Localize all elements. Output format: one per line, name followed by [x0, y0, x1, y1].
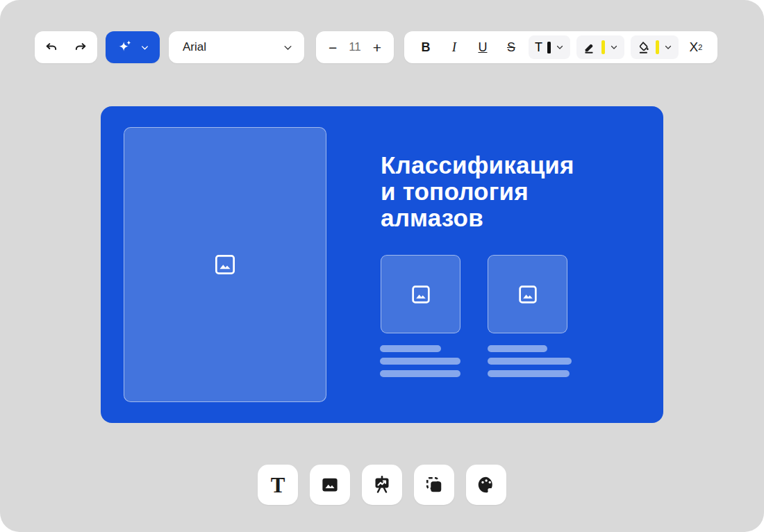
card-image-placeholder-2[interactable] — [488, 255, 567, 333]
format-group: B I U S T — [404, 31, 717, 63]
chevron-down-icon — [610, 43, 618, 51]
undo-button[interactable] — [40, 35, 63, 59]
chevron-down-icon — [283, 42, 293, 53]
insert-dock: T — [258, 465, 506, 505]
font-size-value: 11 — [349, 40, 361, 54]
text-color-button[interactable]: T — [529, 35, 570, 59]
image-placeholder-icon — [212, 251, 238, 278]
image-tool-button[interactable] — [310, 465, 350, 505]
ai-assistant-button[interactable] — [106, 31, 160, 63]
chevron-down-icon — [664, 43, 672, 51]
text-icon: T — [271, 474, 285, 496]
superscript-button[interactable]: X2 — [685, 35, 707, 59]
slide-title-line: Классификация — [381, 152, 631, 178]
slide-title[interactable]: Классификация и топология алмазов — [381, 152, 631, 231]
duplicate-icon — [424, 474, 445, 495]
text-skeleton-line — [488, 370, 570, 377]
font-size-stepper: − 11 + — [316, 31, 394, 63]
text-tool-button[interactable]: T — [258, 465, 298, 505]
italic-button[interactable]: I — [443, 35, 465, 59]
undo-icon — [44, 40, 60, 56]
chart-tool-button[interactable] — [362, 465, 402, 505]
highlight-color-swatch — [601, 40, 605, 54]
strikethrough-button[interactable]: S — [500, 35, 522, 59]
bold-button[interactable]: B — [415, 35, 437, 59]
text-skeleton-line — [380, 358, 460, 365]
text-skeleton-line — [380, 370, 460, 377]
underline-button[interactable]: U — [472, 35, 494, 59]
large-image-placeholder[interactable] — [124, 127, 326, 402]
text-cursor-icon — [547, 42, 551, 53]
fill-color-button[interactable] — [631, 35, 679, 59]
duplicate-tool-button[interactable] — [414, 465, 454, 505]
font-selector[interactable]: Arial — [169, 31, 304, 63]
highlight-color-button[interactable] — [576, 35, 624, 59]
slide-title-line: и топология — [381, 178, 631, 205]
highlighter-icon — [583, 40, 597, 54]
text-color-letter: T — [535, 40, 542, 55]
image-icon — [319, 474, 340, 495]
text-skeleton-line — [488, 345, 547, 352]
chevron-down-icon — [140, 43, 149, 52]
card-image-placeholder-1[interactable] — [381, 255, 460, 333]
ai-sparkle-icon — [116, 38, 134, 56]
image-placeholder-icon — [516, 283, 540, 306]
redo-icon — [72, 40, 88, 56]
editor-canvas: Arial − 11 + B I U S T — [0, 0, 764, 532]
paint-bucket-icon — [637, 40, 651, 54]
slide[interactable]: Классификация и топология алмазов — [101, 106, 663, 423]
redo-button[interactable] — [69, 35, 92, 59]
font-name-label: Arial — [183, 40, 206, 54]
image-placeholder-icon — [409, 283, 433, 306]
decrease-font-size-button[interactable]: − — [326, 39, 340, 56]
text-skeleton-line — [488, 358, 572, 365]
history-group — [35, 31, 97, 63]
palette-icon — [476, 474, 497, 495]
superscript-exp: 2 — [698, 43, 702, 51]
theme-tool-button[interactable] — [466, 465, 506, 505]
presentation-chart-icon — [372, 474, 392, 495]
increase-font-size-button[interactable]: + — [370, 39, 384, 56]
text-skeleton-line — [380, 345, 441, 352]
superscript-base: X — [690, 40, 699, 55]
fill-color-swatch — [656, 40, 659, 54]
top-toolbar: Arial − 11 + B I U S T — [35, 31, 717, 63]
slide-title-line: алмазов — [381, 205, 631, 231]
chevron-down-icon — [556, 43, 564, 51]
